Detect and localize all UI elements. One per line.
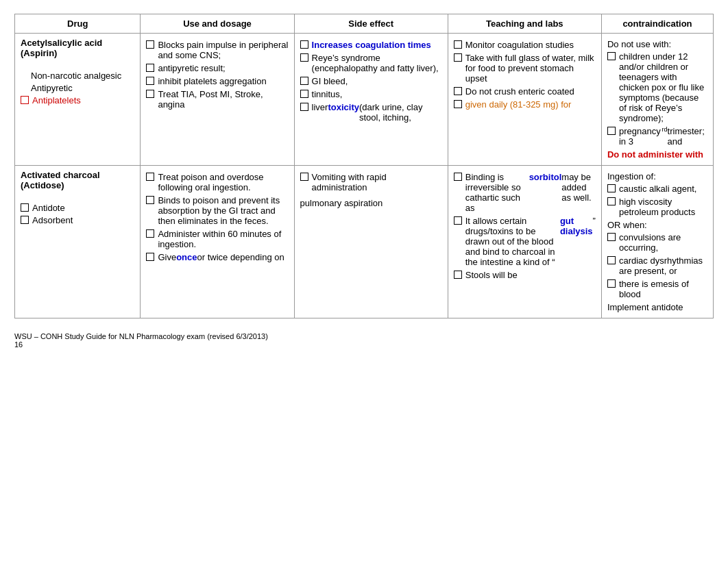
teaching-cell-1: Binding is irreversible so cathartic suc…	[448, 166, 601, 318]
side-item-0-2: GI bleed,	[300, 76, 442, 86]
footer-line1: WSU – CONH Study Guide for NLN Pharmacol…	[14, 332, 714, 340]
teaching-item-0-1: Take with full glass of water, milk for …	[454, 53, 596, 84]
col-header-contra: contraindication	[601, 14, 713, 34]
drug-name-cell-1: Activated charcoal (Actidose)AntidoteAds…	[15, 166, 141, 318]
contra-item-0-2: pregnancy in 3rd trimester; and	[607, 126, 707, 147]
teaching-item-1-0: Binding is irreversible so cathartic suc…	[454, 172, 596, 213]
side-item-1-0: Vomiting with rapid administration	[300, 172, 442, 192]
teaching-item-1-2: Stools will be	[454, 270, 596, 280]
contra-item-1-2: high viscosity petroleum products	[607, 197, 707, 217]
col-header-side: Side effect	[294, 14, 448, 34]
contra-plain-0-0: Do not use with:	[607, 39, 707, 49]
side-item-0-0: Increases coagulation times	[300, 40, 442, 50]
dosage-item-1-1: Binds to poison and prevent its absorpti…	[146, 195, 288, 226]
footer-line2: 16	[14, 340, 714, 349]
contra-plain-1-0: Ingestion of:	[607, 171, 707, 182]
teaching-item-1-1: It allows certain drugs/toxins to be dra…	[454, 216, 596, 267]
dosage-item-1-0: Treat poison and overdose following oral…	[146, 172, 288, 192]
drug-name-cell-0: Acetylsalicylic acid (Aspirin)Non-narcot…	[15, 34, 141, 166]
side-plain-1-2: pulmonary aspiration	[300, 198, 442, 208]
col-header-teaching: Teaching and labs	[448, 14, 601, 34]
dosage-item-0-1: antipyretic result;	[146, 63, 288, 73]
footer: WSU – CONH Study Guide for NLN Pharmacol…	[14, 332, 714, 349]
side-item-0-3: tinnitus,	[300, 89, 442, 99]
contra-redbold-0-3: Do not administer with	[607, 149, 707, 160]
dosage-item-0-0: Blocks pain impulse in peripheral and so…	[146, 40, 288, 60]
side-cell-1: Vomiting with rapid administrationpulmon…	[294, 166, 448, 318]
side-cell-0: Increases coagulation timesReye’s syndro…	[294, 34, 448, 166]
teaching-item-0-3: given daily (81-325 mg) for	[454, 99, 596, 110]
teaching-cell-0: Monitor coagulation studiesTake with ful…	[448, 34, 601, 166]
drug-subtype-0-0: Non-narcotic analgesic	[21, 71, 134, 81]
contra-plain-1-7: Implement antidote	[607, 302, 707, 312]
dosage-item-0-2: inhibit platelets aggregation	[146, 76, 288, 86]
teaching-item-0-0: Monitor coagulation studies	[454, 40, 596, 50]
side-item-0-1: Reye’s syndrome (encephalopathy and fatt…	[300, 53, 442, 73]
contra-item-1-5: cardiac dysrhythmias are present, or	[607, 255, 707, 276]
col-header-dosage: Use and dosage	[141, 14, 294, 34]
contra-cell-1: Ingestion of:caustic alkali agent,high v…	[601, 166, 713, 318]
main-table: Drug Use and dosage Side effect Teaching…	[14, 14, 714, 318]
contra-item-0-1: children under 12 and/or children or tee…	[607, 51, 707, 123]
drug-subtype-0-1: Antipyretic	[21, 83, 134, 93]
contra-item-1-4: convulsions are occurring,	[607, 232, 707, 253]
contra-item-1-6: there is emesis of blood	[607, 279, 707, 299]
dosage-item-1-2: Administer within 60 minutes of ingestio…	[146, 229, 288, 249]
drug-subtype-1-0: Antidote	[21, 203, 134, 213]
drug-subtype-0-2: Antiplatelets	[21, 95, 134, 105]
side-item-0-4: liver toxicity (dark urine, clay stool, …	[300, 102, 442, 123]
contra-item-1-1: caustic alkali agent,	[607, 184, 707, 194]
dosage-cell-0: Blocks pain impulse in peripheral and so…	[141, 34, 294, 166]
dosage-cell-1: Treat poison and overdose following oral…	[141, 166, 294, 318]
drug-subtype-1-1: Adsorbent	[21, 215, 134, 225]
contra-plain-1-3: OR when:	[607, 220, 707, 230]
col-header-drug: Drug	[15, 14, 141, 34]
dosage-item-1-3: Give once or twice depending on	[146, 252, 288, 262]
page-container: Drug Use and dosage Side effect Teaching…	[14, 14, 714, 349]
dosage-item-0-3: Treat TIA, Post MI, Stroke, angina	[146, 89, 288, 110]
teaching-item-0-2: Do not crush enteric coated	[454, 86, 596, 97]
contra-cell-0: Do not use with:children under 12 and/or…	[601, 34, 713, 166]
